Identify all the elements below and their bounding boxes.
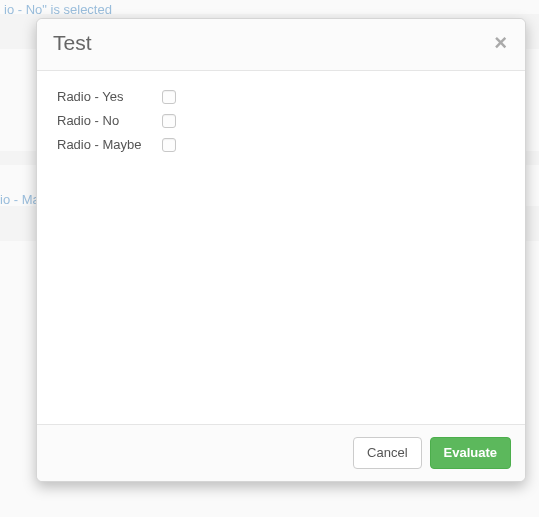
test-modal: Test × Radio - Yes Radio - No Radio - Ma… (36, 18, 526, 482)
option-row: Radio - Maybe (57, 137, 505, 152)
option-checkbox-maybe[interactable] (162, 138, 176, 152)
option-label: Radio - Maybe (57, 137, 162, 152)
option-checkbox-yes[interactable] (162, 90, 176, 104)
evaluate-button[interactable]: Evaluate (430, 437, 511, 469)
modal-footer: Cancel Evaluate (37, 424, 525, 481)
modal-header: Test × (37, 19, 525, 71)
option-checkbox-no[interactable] (162, 114, 176, 128)
cancel-button[interactable]: Cancel (353, 437, 421, 469)
option-row: Radio - No (57, 113, 505, 128)
close-icon[interactable]: × (492, 32, 509, 54)
modal-body: Radio - Yes Radio - No Radio - Maybe (37, 71, 525, 424)
modal-title: Test (53, 31, 92, 55)
option-row: Radio - Yes (57, 89, 505, 104)
option-label: Radio - No (57, 113, 162, 128)
option-label: Radio - Yes (57, 89, 162, 104)
